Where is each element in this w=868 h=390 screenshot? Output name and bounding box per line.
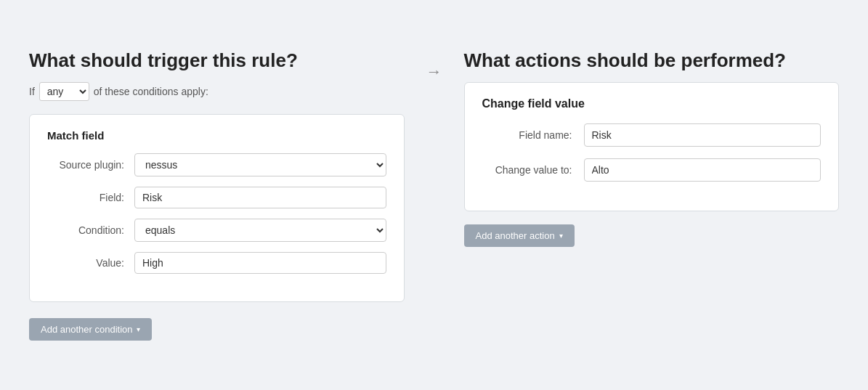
- action-box: Change field value Field name: Change va…: [464, 82, 840, 211]
- field-name-label: Field name:: [482, 129, 584, 141]
- condition-select[interactable]: equals contains starts with ends with: [134, 219, 386, 242]
- condition-row: If any all of these conditions apply:: [29, 82, 405, 101]
- source-plugin-label: Source plugin:: [47, 159, 134, 171]
- field-name-input[interactable]: [584, 123, 822, 147]
- field-label: Field:: [47, 192, 134, 203]
- add-condition-caret: ▾: [137, 325, 140, 333]
- change-value-row: Change value to:: [482, 158, 822, 182]
- page-container: What should trigger this rule? If any al…: [0, 28, 868, 362]
- condition-field-row: Condition: equals contains starts with e…: [47, 219, 386, 242]
- add-action-button[interactable]: Add another action ▾: [464, 224, 575, 247]
- match-field-heading: Match field: [47, 129, 386, 142]
- trigger-title: What should trigger this rule?: [29, 49, 405, 72]
- arrow-icon: →: [426, 64, 442, 80]
- change-value-input[interactable]: [584, 158, 822, 182]
- field-input[interactable]: [134, 187, 386, 208]
- condition-suffix: of these conditions apply:: [94, 86, 208, 97]
- condition-label: Condition:: [47, 224, 134, 236]
- source-plugin-row: Source plugin: nessus qualys openvas: [47, 153, 386, 176]
- add-action-caret: ▾: [559, 232, 563, 240]
- add-condition-label: Add another condition: [41, 324, 132, 335]
- condition-prefix: If: [29, 86, 35, 97]
- value-input[interactable]: [134, 252, 386, 274]
- field-row: Field:: [47, 187, 386, 208]
- arrow-divider: →: [419, 49, 457, 80]
- actions-title: What actions should be performed?: [464, 49, 840, 72]
- match-field-box: Match field Source plugin: nessus qualys…: [29, 114, 405, 302]
- source-plugin-select[interactable]: nessus qualys openvas: [134, 153, 386, 176]
- add-condition-button[interactable]: Add another condition ▾: [29, 318, 152, 341]
- field-name-row: Field name:: [482, 123, 822, 147]
- add-action-label: Add another action: [476, 230, 555, 241]
- change-value-label: Change value to:: [482, 164, 584, 176]
- right-section: What actions should be performed? Change…: [457, 49, 840, 247]
- value-row: Value:: [47, 252, 386, 274]
- value-label: Value:: [47, 257, 134, 269]
- left-section: What should trigger this rule? If any al…: [29, 49, 419, 341]
- action-box-heading: Change field value: [482, 97, 822, 110]
- condition-any-select[interactable]: any all: [39, 82, 89, 101]
